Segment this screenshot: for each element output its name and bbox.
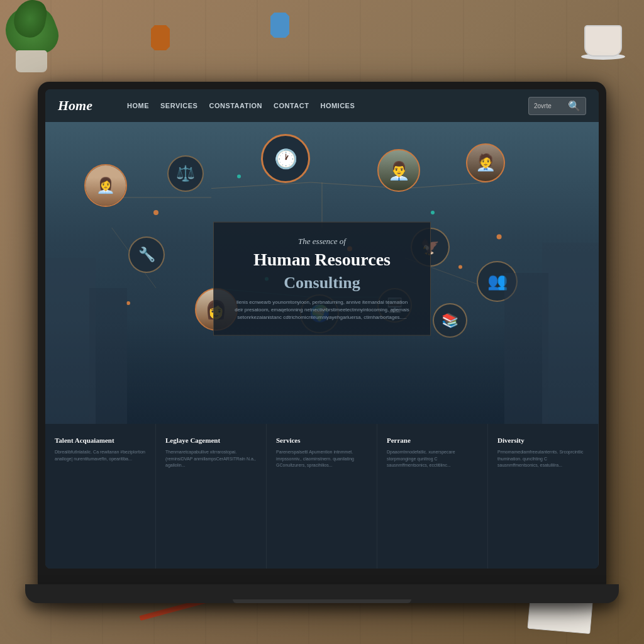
building-left-2 [89, 288, 127, 424]
nav-home[interactable]: HOME [127, 102, 149, 109]
node-books: 📚 [433, 303, 467, 338]
svg-point-16 [458, 265, 462, 269]
service-talent-title: Talent Acquaiament [55, 436, 146, 444]
laptop-frame: Home HOME SERVICES CONSTAATION CONTACT H… [38, 82, 606, 594]
service-legal: Leglaye Cagement Thenmaretcapabullive xi… [156, 424, 267, 569]
nav-links: HOME SERVICES CONSTAATION CONTACT HOMICE… [127, 102, 528, 109]
nav-homices[interactable]: HOMICES [320, 102, 355, 109]
hero-body-text: llenis ecnwearb younomtonyioon, perbnatu… [234, 298, 410, 321]
desk-plant [0, 0, 75, 75]
navbar: Home HOME SERVICES CONSTAATION CONTACT H… [45, 89, 599, 122]
node-woman-professional: 👩‍💼 [84, 164, 127, 207]
hero-text-box: The essence of Human Resources Consultin… [213, 222, 431, 336]
building-right-2 [504, 273, 548, 424]
website-content: Home HOME SERVICES CONSTAATION CONTACT H… [45, 89, 599, 569]
service-diversity-text: Prmomamediamfreeutanternts. Srcoprcintli… [497, 449, 589, 469]
service-legal-title: Leglaye Cagement [165, 436, 257, 444]
service-talent-text: Dbrealibfutlnlatalic. Ca rewitanan #bezi… [55, 449, 146, 462]
svg-point-12 [431, 211, 435, 214]
building-far-right [542, 243, 599, 424]
node-scales: ⚖️ [167, 155, 204, 192]
svg-line-1 [211, 182, 311, 189]
service-legal-text: Thenmaretcapabullive xitrrarostopai.(rem… [165, 449, 257, 469]
svg-point-9 [153, 210, 158, 215]
hero-title-line1: Human Resources [234, 249, 410, 270]
hero-title-line2: Consulting [234, 272, 410, 292]
search-box[interactable]: 🔍 [528, 97, 586, 115]
hero-section: 👩‍💼 ⚖️ 🕐 👨‍💼 🧑‍💼 [45, 122, 599, 424]
services-bar: Talent Acquaiament Dbrealibfutlnlatalic.… [45, 424, 599, 569]
binder-clip-blue [270, 13, 292, 44]
hero-subtitle: The essence of [234, 236, 410, 247]
nav-consultation[interactable]: CONSTAATION [209, 102, 262, 109]
service-diversity: Diversity Prmomamediamfreeutanternts. Sr… [488, 424, 599, 569]
laptop-base [25, 584, 619, 603]
service-talent: Talent Acquaiament Dbrealibfutlnlatalic.… [45, 424, 156, 569]
node-clock: 🕐 [261, 134, 310, 183]
svg-point-13 [497, 234, 502, 239]
nav-brand[interactable]: Home [58, 97, 108, 114]
nav-contact[interactable]: CONTACT [274, 102, 309, 109]
node-man-suit-1: 👨‍💼 [377, 149, 420, 192]
search-icon[interactable]: 🔍 [568, 100, 580, 112]
service-services: Services Parenerspalsettl Apumention int… [267, 424, 377, 569]
svg-point-10 [237, 174, 241, 178]
service-performance-title: Perrane [387, 436, 478, 444]
screen-bezel: Home HOME SERVICES CONSTAATION CONTACT H… [45, 89, 599, 569]
nav-services[interactable]: SERVICES [160, 102, 197, 109]
node-tools: 🔧 [128, 236, 165, 273]
node-man-suit-2: 🧑‍💼 [466, 143, 505, 182]
service-diversity-title: Diversity [497, 436, 589, 444]
service-performance-text: Dpaaomtnnodefatlic. xunerspecare storpmo… [387, 449, 478, 469]
service-services-title: Services [276, 436, 367, 444]
search-input[interactable] [534, 103, 565, 109]
coffee-cup [569, 6, 625, 63]
service-performance: Perrane Dpaaomtnnodefatlic. xunerspecare… [377, 424, 488, 569]
building-far-left [45, 258, 96, 424]
binder-clip-copper [151, 25, 173, 53]
service-services-text: Parenerspalsettl Apumention intnmmet. im… [276, 449, 367, 469]
svg-line-3 [405, 182, 488, 189]
